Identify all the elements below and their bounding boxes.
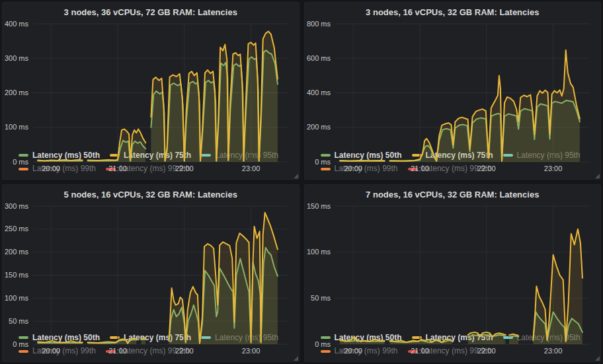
x-axis-tick-label: 21:00 xyxy=(108,164,127,172)
series-line-75th xyxy=(340,337,385,342)
y-axis-tick-label: 200 ms xyxy=(5,248,29,256)
series-line-75th xyxy=(38,160,83,161)
y-axis-tick-label: 400 ms xyxy=(5,20,29,28)
panel-title[interactable]: 5 nodes, 16 vCPUs, 32 GB RAM: Latencies xyxy=(3,185,299,200)
series-fill-75th xyxy=(141,338,145,344)
latency-chart: 20:0021:0022:0023:000 ms50 ms100 ms150 m… xyxy=(4,201,296,357)
latency-chart: 20:0021:0022:0023:000 ms100 ms200 ms300 … xyxy=(4,18,296,174)
chart-plot-area[interactable]: 20:0021:0022:0023:000 ms50 ms100 ms150 m… xyxy=(306,201,598,330)
latency-chart: 20:0021:0022:0023:000 ms50 ms100 ms150 m… xyxy=(306,201,598,357)
panel-resize-handle-icon[interactable] xyxy=(595,174,600,178)
y-axis-tick-label: 300 ms xyxy=(5,202,29,210)
panel-5nodes-16vcpu: 5 nodes, 16 vCPUs, 32 GB RAM: Latencies … xyxy=(2,184,300,362)
x-axis-tick-label: 20:00 xyxy=(344,164,362,172)
x-axis-tick-label: 22:00 xyxy=(477,164,496,172)
panel-3nodes-36vcpu: 3 nodes, 36 vCPUs, 72 GB RAM: Latencies … xyxy=(2,2,300,180)
panel-resize-handle-icon[interactable] xyxy=(294,356,298,361)
y-axis-tick-label: 200 ms xyxy=(306,123,331,131)
x-axis-tick-label: 23:00 xyxy=(242,347,261,355)
x-axis-tick-label: 21:00 xyxy=(411,347,429,355)
y-axis-tick-label: 0 ms xyxy=(13,158,28,166)
y-axis-tick-label: 150 ms xyxy=(5,271,29,279)
series-fill-75th xyxy=(533,229,583,344)
panel-title[interactable]: 7 nodes, 16 vCPUs, 32 GB RAM: Latencies xyxy=(305,185,601,200)
y-axis-tick-label: 100 ms xyxy=(5,294,29,302)
y-axis-tick-label: 800 ms xyxy=(306,20,331,28)
series-line-75th xyxy=(340,161,385,161)
x-axis-tick-label: 20:00 xyxy=(42,164,60,172)
y-axis-tick-label: 200 ms xyxy=(5,89,29,96)
y-axis-tick-label: 100 ms xyxy=(306,248,331,256)
y-axis-tick-label: 300 ms xyxy=(5,54,29,62)
panel-title[interactable]: 3 nodes, 16 vCPUs, 32 GB RAM: Latencies xyxy=(305,3,601,18)
panel-resize-handle-icon[interactable] xyxy=(595,356,600,361)
y-axis-tick-label: 150 ms xyxy=(306,202,331,210)
y-axis-tick-label: 600 ms xyxy=(306,54,331,62)
x-axis-tick-label: 22:00 xyxy=(175,347,194,355)
panel-3nodes-16vcpu: 3 nodes, 16 vCPUs, 32 GB RAM: Latencies … xyxy=(304,2,602,180)
panel-7nodes-16vcpu: 7 nodes, 16 vCPUs, 32 GB RAM: Latencies … xyxy=(304,184,602,362)
x-axis-tick-label: 21:00 xyxy=(411,164,429,172)
y-axis-tick-label: 50 ms xyxy=(9,317,28,325)
x-axis-tick-label: 22:00 xyxy=(175,164,194,172)
x-axis-tick-label: 23:00 xyxy=(543,347,562,355)
series-fill-75th xyxy=(88,129,146,162)
x-axis-tick-label: 21:00 xyxy=(108,347,127,355)
y-axis-tick-label: 400 ms xyxy=(306,89,331,96)
panel-resize-handle-icon[interactable] xyxy=(294,174,298,178)
x-axis-tick-label: 23:00 xyxy=(242,164,261,172)
y-axis-tick-label: 50 ms xyxy=(311,294,331,302)
chart-plot-area[interactable]: 20:0021:0022:0023:000 ms100 ms200 ms300 … xyxy=(4,18,296,147)
y-axis-tick-label: 0 ms xyxy=(315,340,331,348)
x-axis-tick-label: 23:00 xyxy=(543,164,562,172)
chart-plot-area[interactable]: 20:0021:0022:0023:000 ms200 ms400 ms600 … xyxy=(306,18,598,147)
x-axis-tick-label: 20:00 xyxy=(344,347,362,355)
y-axis-tick-label: 250 ms xyxy=(5,225,29,233)
grafana-dashboard: 3 nodes, 36 vCPUs, 72 GB RAM: Latencies … xyxy=(0,0,603,364)
latency-chart: 20:0021:0022:0023:000 ms200 ms400 ms600 … xyxy=(306,18,598,174)
panel-title[interactable]: 3 nodes, 36 vCPUs, 72 GB RAM: Latencies xyxy=(3,3,299,18)
series-line-75th xyxy=(38,341,83,342)
chart-plot-area[interactable]: 20:0021:0022:0023:000 ms50 ms100 ms150 m… xyxy=(4,201,296,330)
y-axis-tick-label: 0 ms xyxy=(315,158,331,166)
y-axis-tick-label: 100 ms xyxy=(5,123,29,131)
x-axis-tick-label: 22:00 xyxy=(477,347,496,355)
x-axis-tick-label: 20:00 xyxy=(42,347,60,355)
y-axis-tick-label: 0 ms xyxy=(13,340,28,348)
